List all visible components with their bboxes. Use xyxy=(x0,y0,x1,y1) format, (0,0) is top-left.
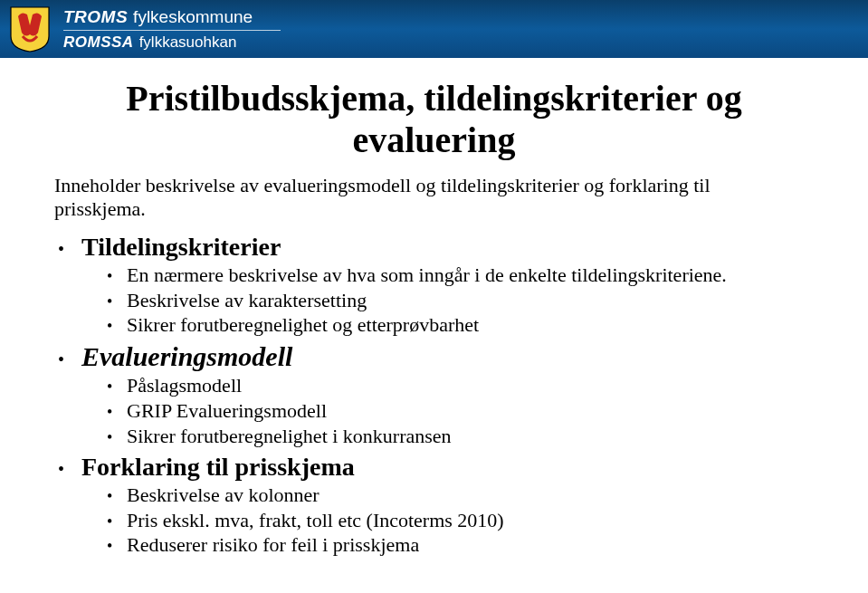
org2-name-rest: fylkkasuohkan xyxy=(139,33,237,52)
list-item: Beskrivelse av karaktersetting xyxy=(127,289,814,313)
list-item: GRIP Evalueringsmodell xyxy=(127,399,814,424)
section-label: Forklaring til prisskjema xyxy=(81,453,355,481)
section-forklaring: Forklaring til prisskjema Beskrivelse av… xyxy=(78,453,814,558)
title-line-1: Pristilbudsskjema, tildelingskriterier o… xyxy=(126,78,741,119)
header-divider xyxy=(63,30,281,31)
section-label: Evalueringsmodell xyxy=(81,341,292,371)
list-item: Reduserer risiko for feil i prisskjema xyxy=(127,533,814,558)
header-bar: TROMS fylkeskommune ROMSSA fylkkasuohkan xyxy=(0,0,868,58)
list-item: Beskrivelse av kolonner xyxy=(127,483,814,508)
intro-line-1: Inneholder beskrivelse av evalueringsmod… xyxy=(54,174,711,196)
intro-text: Inneholder beskrivelse av evalueringsmod… xyxy=(54,174,814,222)
section-label: Tildelingskriterier xyxy=(81,233,281,261)
section-tildelingskriterier: Tildelingskriterier En nærmere beskrivel… xyxy=(78,233,814,338)
org-name-block: TROMS fylkeskommune ROMSSA fylkkasuohkan xyxy=(63,7,281,51)
slide-title: Pristilbudsskjema, tildelingskriterier o… xyxy=(54,78,814,161)
list-item: Sikrer forutberegnelighet i konkurransen xyxy=(127,425,814,449)
list-item: Pris ekskl. mva, frakt, toll etc (Incote… xyxy=(127,509,814,533)
title-line-2: evaluering xyxy=(353,120,516,160)
org2-name-bold: ROMSSA xyxy=(63,33,134,52)
section-evalueringsmodell: Evalueringsmodell Påslagsmodell GRIP Eva… xyxy=(78,341,814,448)
org-name-bold: TROMS xyxy=(63,7,128,27)
intro-line-2: prisskjema. xyxy=(54,197,146,220)
list-item: En nærmere beskrivelse av hva som inngår… xyxy=(127,263,814,288)
slide-content: Pristilbudsskjema, tildelingskriterier o… xyxy=(0,58,868,558)
list-item: Påslagsmodell xyxy=(127,374,814,398)
list-item: Sikrer forutberegnelighet og etterprøvba… xyxy=(127,313,814,338)
crest-icon xyxy=(9,5,51,53)
org-name-rest: fylkeskommune xyxy=(133,7,253,27)
